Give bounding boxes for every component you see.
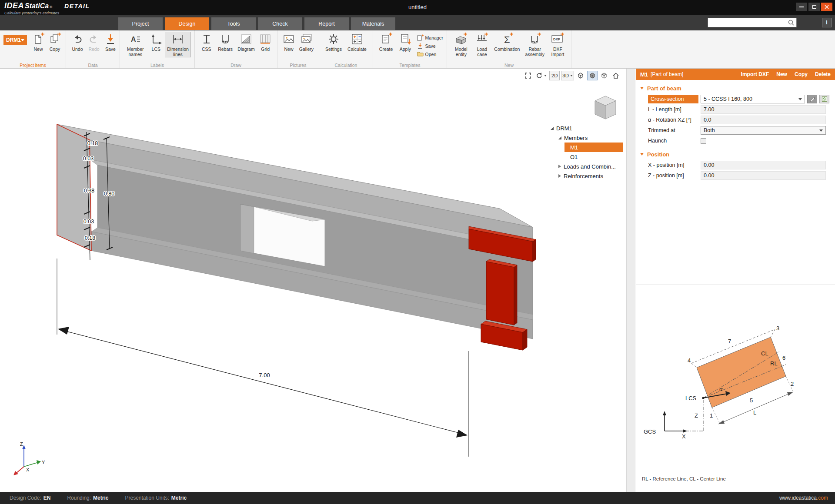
tab-check[interactable]: Check (258, 17, 302, 30)
base-side (523, 329, 527, 350)
search-input[interactable] (708, 20, 787, 26)
dimension-lines-button[interactable]: Dimension lines (165, 32, 191, 57)
tab-materials[interactable]: Materials (351, 17, 395, 30)
tab-report[interactable]: Report (304, 17, 349, 30)
section-collapse-icon[interactable] (640, 87, 644, 90)
edit-cross-section-button[interactable] (807, 95, 817, 103)
apply-template-icon (399, 33, 412, 46)
point-1-label: 1 (710, 412, 713, 419)
section-collapse-icon[interactable] (640, 153, 644, 156)
calculate-button[interactable]: Calculate (345, 32, 369, 52)
website-link[interactable]: www.ideastatica.com (779, 495, 828, 501)
dim-top-flange: 0.18 (87, 140, 98, 146)
rebars-button[interactable]: Rebars (216, 32, 235, 52)
tree-collapsed-icon[interactable] (558, 165, 561, 168)
template-open-button[interactable]: Open (417, 51, 443, 57)
redo-button[interactable]: Redo (86, 32, 102, 52)
z-position-row: Z - position [m] 0.00 (636, 170, 835, 181)
beam-3d-model[interactable] (57, 124, 533, 339)
grid-icon (259, 33, 272, 46)
tree-item-members[interactable]: Members (550, 133, 623, 143)
rotation-input[interactable]: 0.0 (701, 116, 826, 124)
gallery-button[interactable]: Gallery (297, 32, 315, 52)
lcs-button[interactable]: LCS (148, 32, 164, 52)
trimmed-at-select[interactable]: Both (701, 126, 826, 135)
apply-template-button[interactable]: Apply (396, 32, 414, 52)
undo-button[interactable]: Undo (70, 32, 85, 52)
new-combination-button[interactable]: Σ Combination (492, 32, 522, 52)
z-position-input[interactable]: 0.00 (701, 171, 826, 180)
tree-collapsed-icon[interactable] (558, 174, 561, 178)
project-item-selector[interactable]: DRM1 (3, 35, 27, 45)
lcs-label: LCS (685, 395, 697, 401)
trimmed-at-value: Both (704, 127, 715, 133)
create-template-button[interactable]: Create (377, 32, 395, 52)
lcs-axes-icon (150, 33, 163, 46)
chevron-down-icon (544, 75, 547, 76)
panel-splitter[interactable] (626, 69, 635, 492)
import-dxf-button[interactable]: Import DXF (741, 71, 769, 77)
delete-member-button[interactable]: Delete (815, 71, 831, 77)
viewport-3d[interactable]: 0.18 0.03 0.38 0.80 0.03 0.18 7.00 (0, 69, 626, 492)
cross-section-select[interactable]: 5 - CCSS I 160, 800 (701, 95, 805, 103)
length-input[interactable]: 7.00 (701, 105, 826, 114)
tree-expanded-icon[interactable] (558, 136, 561, 139)
tab-design[interactable]: Design (165, 17, 209, 30)
opening-left-reveal (240, 204, 254, 253)
new-picture-button[interactable]: New (281, 32, 297, 52)
new-load-case-button[interactable]: Load case (473, 32, 491, 57)
navigation-cube[interactable] (595, 96, 616, 119)
close-button[interactable] (821, 3, 832, 11)
template-manager-icon (417, 34, 424, 41)
info-button[interactable]: i (822, 18, 832, 27)
axonometry-button[interactable] (575, 71, 586, 80)
section-part-of-beam[interactable]: Part of beam (636, 83, 835, 94)
gcs-label: GCS (644, 428, 656, 435)
home-view-button[interactable] (611, 71, 621, 80)
new-member-button[interactable]: New (776, 71, 787, 77)
tree-item-drm1[interactable]: DRM1 (550, 123, 623, 133)
tab-project[interactable]: Project (118, 17, 163, 30)
haunch-checkbox[interactable] (701, 138, 706, 144)
template-manager-button[interactable]: Manager (417, 34, 443, 41)
x-position-input[interactable]: 0.00 (701, 161, 826, 169)
tree-item-o1[interactable]: O1 (550, 152, 623, 162)
settings-button[interactable]: Settings (323, 32, 344, 52)
maximize-button[interactable] (808, 3, 820, 11)
tab-tools[interactable]: Tools (211, 17, 256, 30)
save-icon (104, 33, 117, 46)
rotate-view-button[interactable] (534, 71, 548, 80)
coordinate-axes-triad: Z Y X (13, 441, 45, 475)
diagram-button[interactable]: Diagram (236, 32, 257, 52)
dxf-import-button[interactable]: DXF DXF Import (548, 32, 568, 57)
minimize-button[interactable] (796, 3, 807, 11)
transparent-view-button[interactable] (599, 71, 609, 80)
tree-item-reinforcements[interactable]: Reinforcements (550, 171, 623, 181)
tree-item-loads[interactable]: Loads and Combin... (550, 162, 623, 171)
cross-section-preview-button[interactable] (819, 95, 829, 103)
viewport-3d-scene[interactable]: 0.18 0.03 0.38 0.80 0.03 0.18 7.00 (0, 69, 626, 492)
view-2d-button[interactable]: 2D (549, 71, 560, 80)
tree-expanded-icon[interactable] (551, 127, 554, 130)
load-case-icon (475, 33, 488, 46)
svg-text:Σ: Σ (504, 34, 510, 45)
member-names-button[interactable]: A Member names (124, 32, 147, 57)
template-save-button[interactable]: Save (417, 43, 443, 49)
save-button[interactable]: Save (103, 32, 118, 52)
shaded-cube-icon (600, 72, 608, 80)
copy-project-item-button[interactable]: Copy (47, 32, 63, 52)
new-project-item-button[interactable]: New (30, 32, 46, 52)
section-position[interactable]: Position (636, 149, 835, 160)
copy-member-button[interactable]: Copy (795, 71, 808, 77)
new-picture-icon (282, 33, 295, 46)
search-icon[interactable] (787, 19, 795, 27)
solid-view-button[interactable] (587, 71, 598, 80)
view-3d-button[interactable]: 3D (561, 71, 574, 80)
tree-item-m1[interactable]: M1 (564, 143, 623, 152)
settings-gear-icon (327, 33, 340, 46)
css-button[interactable]: CSS (198, 32, 215, 52)
fullscreen-button[interactable] (523, 71, 533, 80)
grid-button[interactable]: Grid (257, 32, 274, 52)
new-model-entity-button[interactable]: Model entity (451, 32, 472, 57)
new-rebar-assembly-button[interactable]: Rebar assembly (523, 32, 547, 57)
